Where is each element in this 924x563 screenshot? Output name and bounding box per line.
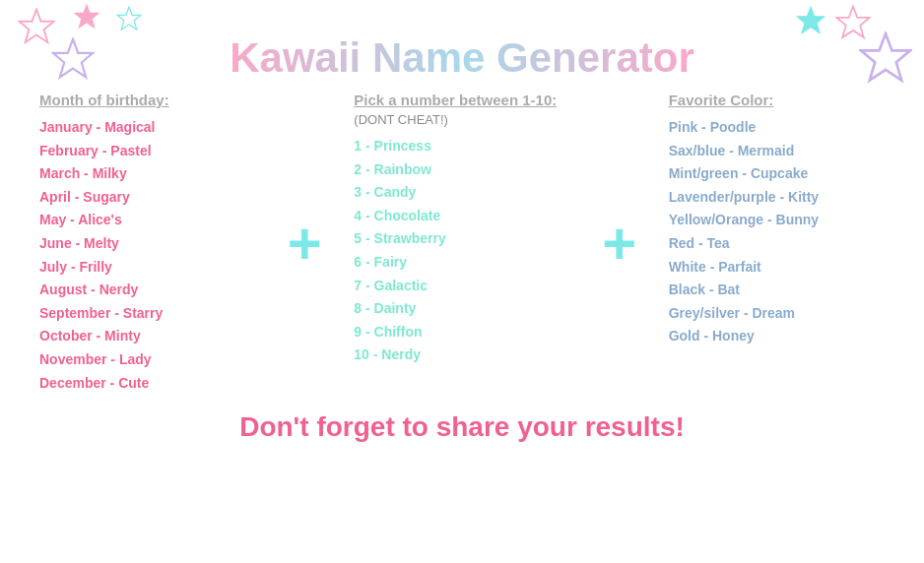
list-item: 9 - Chiffon bbox=[354, 323, 569, 343]
svg-marker-2 bbox=[117, 7, 141, 30]
colors-list: Pink - Poodle Sax/blue - Mermaid Mint/gr… bbox=[669, 118, 885, 346]
list-item: July - Frilly bbox=[39, 258, 255, 278]
list-item: 4 - Chocolate bbox=[354, 207, 569, 226]
star-topleft-3 bbox=[116, 6, 142, 35]
list-item: January - Magical bbox=[39, 118, 255, 138]
plus-divider-2: + bbox=[580, 92, 659, 397]
list-item: 2 - Rainbow bbox=[354, 160, 569, 180]
svg-marker-4 bbox=[797, 7, 825, 32]
star-topleft-4 bbox=[51, 37, 95, 85]
list-item: August - Nerdy bbox=[39, 281, 255, 300]
list-item: 5 - Strawberry bbox=[354, 229, 569, 249]
list-item: December - Cute bbox=[39, 374, 255, 394]
list-item: 8 - Dainty bbox=[354, 299, 569, 319]
list-item: Yellow/Orange - Bunny bbox=[669, 211, 885, 230]
list-item: June - Melty bbox=[39, 234, 255, 254]
list-item: Sax/blue - Mermaid bbox=[669, 142, 885, 161]
numbers-column: Pick a number between 1-10: (DONT CHEAT!… bbox=[344, 92, 579, 397]
list-item: 6 - Fairy bbox=[354, 253, 569, 273]
list-item: Grey/silver - Dream bbox=[669, 304, 885, 324]
numbers-list: 1 - Princess 2 - Rainbow 3 - Candy 4 - C… bbox=[354, 137, 569, 365]
star-topleft-1 bbox=[18, 8, 55, 49]
list-item: November - Lady bbox=[39, 350, 255, 370]
months-column: Month of birthday: January - Magical Feb… bbox=[30, 92, 265, 397]
list-item: Red - Tea bbox=[669, 234, 885, 254]
colors-header: Favorite Color: bbox=[669, 92, 885, 108]
numbers-header: Pick a number between 1-10: bbox=[354, 92, 569, 108]
bottom-text: Don't forget to share your results! bbox=[30, 411, 894, 443]
list-item: Mint/green - Cupcake bbox=[669, 164, 885, 184]
list-item: March - Milky bbox=[39, 164, 255, 184]
list-item: September - Starry bbox=[39, 304, 255, 324]
plus-icon-1: + bbox=[288, 215, 322, 274]
page-wrapper: Kawaii Name Generator Month of birthday:… bbox=[0, 0, 924, 563]
list-item: October - Minty bbox=[39, 327, 255, 346]
svg-marker-6 bbox=[861, 33, 910, 81]
title-area: Kawaii Name Generator bbox=[30, 34, 894, 82]
star-topright-1 bbox=[796, 6, 825, 39]
page-title: Kawaii Name Generator bbox=[230, 34, 694, 81]
list-item: 1 - Princess bbox=[354, 137, 569, 156]
list-item: April - Sugary bbox=[39, 188, 255, 208]
list-item-may: May - Alice's bbox=[39, 211, 255, 230]
months-header: Month of birthday: bbox=[39, 92, 255, 108]
list-item: February - Pastel bbox=[39, 142, 255, 161]
svg-marker-1 bbox=[75, 5, 99, 28]
list-item: 7 - Galactic bbox=[354, 277, 569, 296]
plus-divider-1: + bbox=[265, 92, 344, 397]
content-grid: Month of birthday: January - Magical Feb… bbox=[30, 92, 894, 397]
numbers-subheader: (DONT CHEAT!) bbox=[354, 112, 569, 127]
list-item: 10 - Nerdy bbox=[354, 345, 569, 365]
star-topright-3 bbox=[859, 31, 912, 89]
colors-column: Favorite Color: Pink - Poodle Sax/blue -… bbox=[659, 92, 894, 397]
list-item: Lavender/purple - Kitty bbox=[669, 188, 885, 208]
list-item: Pink - Poodle bbox=[669, 118, 885, 138]
list-item: Black - Bat bbox=[669, 281, 885, 300]
svg-marker-0 bbox=[20, 10, 54, 42]
plus-icon-2: + bbox=[602, 215, 636, 274]
svg-marker-3 bbox=[53, 39, 93, 78]
list-item: Gold - Honey bbox=[669, 327, 885, 346]
list-item: 3 - Candy bbox=[354, 183, 569, 203]
months-list: January - Magical February - Pastel Marc… bbox=[39, 118, 255, 393]
list-item: White - Parfait bbox=[669, 258, 885, 278]
star-topleft-2 bbox=[74, 4, 99, 33]
